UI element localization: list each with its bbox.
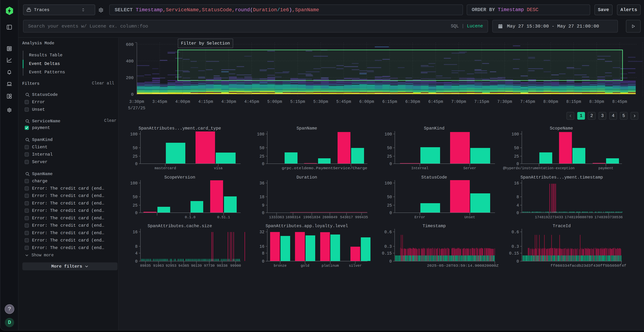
svg-text:0.3: 0.3 <box>512 244 519 249</box>
svg-text:ScopeVersion: ScopeVersion <box>164 175 195 180</box>
svg-text:0.15: 0.15 <box>382 251 392 256</box>
svg-text:100: 100 <box>130 181 138 186</box>
svg-text:silver: silver <box>349 264 362 268</box>
svg-text:platinum: platinum <box>322 264 339 268</box>
svg-text:50: 50 <box>387 195 392 200</box>
svg-text:0.3: 0.3 <box>384 244 392 249</box>
svg-text:6:45pm: 6:45pm <box>428 100 443 104</box>
svg-text:25: 25 <box>132 154 138 159</box>
svg-text:25: 25 <box>387 203 392 208</box>
svg-text:543017: 543017 <box>340 215 353 219</box>
svg-text:8: 8 <box>262 251 264 256</box>
svg-text:5:45pm: 5:45pm <box>336 100 351 104</box>
svg-text:50: 50 <box>132 146 138 150</box>
svg-text:4: 4 <box>516 203 519 208</box>
svg-text:0.1.0: 0.1.0 <box>185 215 196 219</box>
svg-text:8: 8 <box>516 195 519 200</box>
svg-text:91063: 91063 <box>153 264 164 268</box>
svg-text:5/27/25: 5/27/25 <box>128 106 146 110</box>
svg-text:SpanAttributes.app.loyalty.lev: SpanAttributes.app.loyalty.level <box>266 224 348 228</box>
svg-text:92953: 92953 <box>166 264 176 268</box>
svg-text:SpanKind: SpanKind <box>424 126 444 131</box>
svg-text:Error: Error <box>414 215 425 219</box>
svg-text:16: 16 <box>260 244 264 249</box>
svg-text:0.6: 0.6 <box>384 230 392 234</box>
svg-text:25: 25 <box>260 154 264 159</box>
svg-text:32: 32 <box>260 230 264 234</box>
svg-text:9: 9 <box>262 203 264 208</box>
svg-text:6:00pm: 6:00pm <box>359 100 374 104</box>
svg-text:19961834: 19961834 <box>303 215 320 219</box>
svg-text:400: 400 <box>126 59 134 64</box>
svg-text:bronze: bronze <box>274 264 286 268</box>
svg-text:18: 18 <box>260 195 264 200</box>
svg-text:8:00pm: 8:00pm <box>543 100 558 104</box>
svg-text:7:30pm: 7:30pm <box>497 100 512 104</box>
svg-text:0: 0 <box>131 92 134 97</box>
svg-text:Server: Server <box>463 166 476 170</box>
svg-text:100: 100 <box>257 132 264 137</box>
svg-text:0.15: 0.15 <box>509 251 519 256</box>
svg-text:16: 16 <box>132 230 138 234</box>
svg-text:8: 8 <box>135 244 138 249</box>
svg-text:0: 0 <box>516 259 519 264</box>
svg-text:99900: 99900 <box>230 264 241 268</box>
svg-text:visa: visa <box>214 166 222 170</box>
svg-text:2025-05-28T03:59:14.900820000Z: 2025-05-28T03:59:14.900820000Z <box>427 264 498 268</box>
svg-text:7:45pm: 7:45pm <box>520 100 535 104</box>
svg-text:0: 0 <box>516 162 519 166</box>
svg-text:Duration: Duration <box>296 175 317 180</box>
svg-text:6:15pm: 6:15pm <box>382 100 397 104</box>
svg-text:25: 25 <box>132 203 138 208</box>
svg-text:8:30pm: 8:30pm <box>589 100 604 104</box>
svg-text:0: 0 <box>389 259 392 264</box>
svg-text:Timestamp: Timestamp <box>422 224 446 228</box>
svg-text:ff860334facdb23d3f430ff5b5050f: ff860334facdb23d3f430ff5b5050f4f <box>550 264 626 268</box>
svg-text:0: 0 <box>135 211 138 215</box>
svg-text:0: 0 <box>135 259 138 264</box>
svg-text:0: 0 <box>262 211 264 215</box>
svg-text:ScopeName: ScopeName <box>550 126 573 131</box>
svg-text:SpanName: SpanName <box>296 126 317 131</box>
svg-text:4:45pm: 4:45pm <box>244 100 259 104</box>
svg-text:100: 100 <box>384 132 392 137</box>
svg-text:7:15pm: 7:15pm <box>474 100 489 104</box>
svg-text:100: 100 <box>130 132 138 137</box>
svg-text:3:45pm: 3:45pm <box>152 100 167 104</box>
svg-text:SpanAttributes...yment.card_ty: SpanAttributes...yment.card_type <box>139 126 221 131</box>
svg-text:600: 600 <box>126 42 134 47</box>
svg-text:98338: 98338 <box>217 264 228 268</box>
svg-text:0: 0 <box>390 162 392 166</box>
svg-text:100: 100 <box>384 181 392 186</box>
svg-text:TraceId: TraceId <box>553 224 571 228</box>
svg-text:1748192273433: 1748192273433 <box>535 215 563 219</box>
svg-text:4:00pm: 4:00pm <box>175 100 190 104</box>
svg-text:0: 0 <box>516 211 519 215</box>
svg-text:8:15pm: 8:15pm <box>566 100 581 104</box>
svg-text:25: 25 <box>514 154 519 159</box>
svg-text:100: 100 <box>512 132 519 137</box>
svg-text:50: 50 <box>514 146 519 150</box>
svg-text:5:15pm: 5:15pm <box>290 100 305 104</box>
svg-text:7:00pm: 7:00pm <box>451 100 466 104</box>
svg-text:2600849: 2600849 <box>322 215 338 219</box>
svg-text:6:30pm: 6:30pm <box>405 100 420 104</box>
svg-text:3:30pm: 3:30pm <box>129 100 144 104</box>
svg-text:25: 25 <box>387 154 392 159</box>
svg-text:16: 16 <box>514 181 519 186</box>
svg-text:1748393738536: 1748393738536 <box>594 215 623 219</box>
svg-text:1698314: 1698314 <box>286 215 300 219</box>
svg-text:200: 200 <box>126 76 134 80</box>
svg-text:0: 0 <box>390 211 392 215</box>
svg-text:4: 4 <box>135 251 138 256</box>
svg-text:96139: 96139 <box>191 264 202 268</box>
svg-text:999435: 999435 <box>355 215 368 219</box>
svg-text:8:45pm: 8:45pm <box>612 100 627 104</box>
svg-text:0: 0 <box>135 162 138 166</box>
svg-text:0: 0 <box>262 259 264 264</box>
svg-text:Unset: Unset <box>464 215 475 219</box>
svg-text:5:00pm: 5:00pm <box>267 100 282 104</box>
svg-text:gold: gold <box>301 264 309 268</box>
svg-text:mastercard: mastercard <box>154 166 176 170</box>
svg-text:5:30pm: 5:30pm <box>313 100 328 104</box>
